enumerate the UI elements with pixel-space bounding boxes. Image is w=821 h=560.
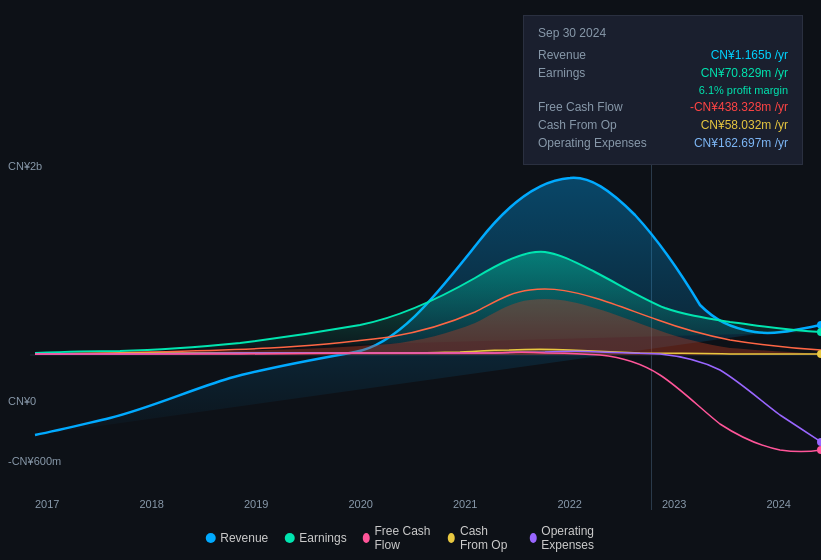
x-label-2017: 2017 xyxy=(35,498,59,510)
svg-point-5 xyxy=(817,350,821,358)
x-label-2022: 2022 xyxy=(558,498,582,510)
legend-revenue: Revenue xyxy=(205,531,268,545)
tooltip-opex-label: Operating Expenses xyxy=(538,136,648,150)
legend-cfo: Cash From Op xyxy=(448,524,513,552)
tooltip-panel: Sep 30 2024 Revenue CN¥1.165b /yr Earnin… xyxy=(523,15,803,165)
legend-fcf: Free Cash Flow xyxy=(363,524,433,552)
tooltip-earnings-label: Earnings xyxy=(538,66,648,80)
chart-svg xyxy=(0,160,821,470)
legend-earnings: Earnings xyxy=(284,531,346,545)
x-label-2023: 2023 xyxy=(662,498,686,510)
x-label-2021: 2021 xyxy=(453,498,477,510)
chart-legend: Revenue Earnings Free Cash Flow Cash Fro… xyxy=(205,524,616,552)
legend-earnings-label: Earnings xyxy=(299,531,346,545)
svg-point-4 xyxy=(817,446,821,454)
legend-opex-dot xyxy=(529,533,536,543)
chart-container: Sep 30 2024 Revenue CN¥1.165b /yr Earnin… xyxy=(0,0,821,560)
tooltip-revenue-row: Revenue CN¥1.165b /yr xyxy=(538,48,788,62)
legend-revenue-dot xyxy=(205,533,215,543)
tooltip-fcf-row: Free Cash Flow -CN¥438.328m /yr xyxy=(538,100,788,114)
legend-earnings-dot xyxy=(284,533,294,543)
tooltip-opex-row: Operating Expenses CN¥162.697m /yr xyxy=(538,136,788,150)
legend-fcf-label: Free Cash Flow xyxy=(374,524,432,552)
tooltip-fcf-value: -CN¥438.328m /yr xyxy=(690,100,788,114)
tooltip-revenue-value: CN¥1.165b /yr xyxy=(711,48,788,62)
legend-revenue-label: Revenue xyxy=(220,531,268,545)
tooltip-date: Sep 30 2024 xyxy=(538,26,788,40)
legend-opex: Operating Expenses xyxy=(529,524,615,552)
tooltip-earnings-row: Earnings CN¥70.829m /yr xyxy=(538,66,788,80)
svg-point-2 xyxy=(817,328,821,336)
tooltip-revenue-label: Revenue xyxy=(538,48,648,62)
tooltip-cfo-label: Cash From Op xyxy=(538,118,648,132)
tooltip-fcf-label: Free Cash Flow xyxy=(538,100,648,114)
tooltip-margin-row: 6.1% profit margin xyxy=(538,84,788,96)
legend-cfo-dot xyxy=(448,533,455,543)
x-label-2019: 2019 xyxy=(244,498,268,510)
svg-point-1 xyxy=(817,321,821,329)
legend-cfo-label: Cash From Op xyxy=(460,524,514,552)
x-label-2020: 2020 xyxy=(349,498,373,510)
legend-opex-label: Operating Expenses xyxy=(541,524,615,552)
x-label-2018: 2018 xyxy=(140,498,164,510)
tooltip-opex-value: CN¥162.697m /yr xyxy=(694,136,788,150)
legend-fcf-dot xyxy=(363,533,370,543)
tooltip-earnings-value: CN¥70.829m /yr xyxy=(701,66,788,80)
x-label-2024: 2024 xyxy=(767,498,791,510)
x-axis-labels: 2017 2018 2019 2020 2021 2022 2023 2024 xyxy=(0,492,821,510)
tooltip-margin-value: 6.1% profit margin xyxy=(699,84,788,96)
tooltip-cfo-row: Cash From Op CN¥58.032m /yr xyxy=(538,118,788,132)
tooltip-cfo-value: CN¥58.032m /yr xyxy=(701,118,788,132)
